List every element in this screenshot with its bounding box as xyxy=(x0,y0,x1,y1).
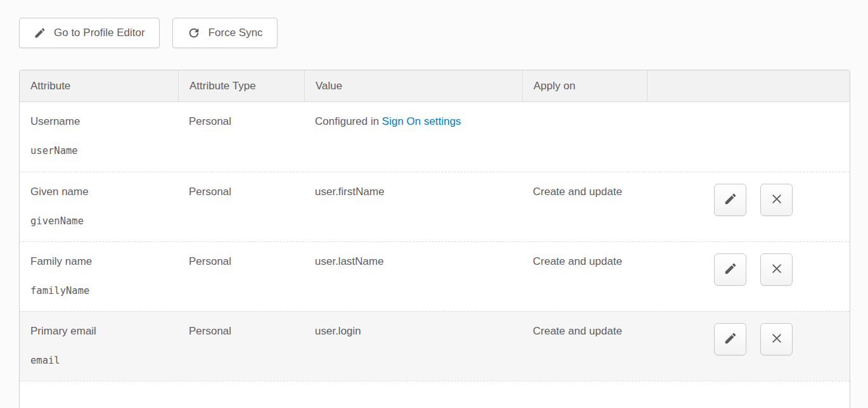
refresh-icon xyxy=(187,26,201,40)
table-header: Attribute Attribute Type Value Apply on xyxy=(20,70,850,102)
actions-cell xyxy=(647,172,850,241)
pencil-icon xyxy=(34,27,46,39)
attribute-type-cell: Personal xyxy=(178,102,304,172)
value-cell: user.firstName xyxy=(304,172,522,241)
force-sync-label: Force Sync xyxy=(208,27,263,39)
column-header-attribute-type: Attribute Type xyxy=(178,70,304,101)
attribute-name: familyName xyxy=(30,285,172,296)
attribute-cell: Primary email email xyxy=(20,312,178,381)
apply-on-cell: Create and update xyxy=(522,172,647,241)
value-cell: user.login xyxy=(304,312,522,381)
attribute-mapping-table: Attribute Attribute Type Value Apply on … xyxy=(19,70,850,408)
attribute-type-cell: Personal xyxy=(178,242,304,311)
edit-attribute-button[interactable] xyxy=(714,323,746,355)
edit-attribute-button[interactable] xyxy=(714,184,746,216)
column-header-apply-on: Apply on xyxy=(522,70,647,101)
attribute-name: givenName xyxy=(30,215,172,227)
x-icon xyxy=(770,193,783,207)
delete-attribute-button[interactable] xyxy=(760,184,793,216)
attribute-label: Given name xyxy=(30,186,172,198)
attribute-cell: Username userName xyxy=(20,102,178,172)
attribute-type-cell: Personal xyxy=(178,312,304,381)
pencil-icon xyxy=(724,262,737,277)
actions-cell xyxy=(647,242,850,311)
value-text: Configured in xyxy=(315,115,382,127)
table-row xyxy=(20,381,850,408)
attribute-name: email xyxy=(30,355,172,366)
attribute-label: Family name xyxy=(30,255,172,268)
delete-attribute-button[interactable] xyxy=(760,323,793,355)
value-cell: Configured in Sign On settings xyxy=(304,102,522,172)
pencil-icon xyxy=(724,331,737,347)
apply-on-cell: Create and update xyxy=(522,312,647,381)
edit-attribute-button[interactable] xyxy=(714,253,746,286)
attribute-name: userName xyxy=(30,145,172,156)
actions-cell xyxy=(647,102,850,172)
apply-on-cell xyxy=(522,102,647,172)
pencil-icon xyxy=(724,192,737,208)
apply-on-cell: Create and update xyxy=(522,242,647,311)
x-icon xyxy=(770,262,783,277)
table-row: Primary email email Personal user.login … xyxy=(20,311,850,381)
table-row: Username userName Personal Configured in… xyxy=(20,102,850,172)
attribute-type-cell: Personal xyxy=(178,172,304,241)
column-header-value: Value xyxy=(304,70,522,101)
table-row: Family name familyName Personal user.las… xyxy=(20,241,850,311)
attribute-cell: Given name givenName xyxy=(20,172,178,241)
attribute-label: Username xyxy=(30,115,172,128)
go-to-profile-editor-button[interactable]: Go to Profile Editor xyxy=(19,18,160,48)
table-row: Given name givenName Personal user.first… xyxy=(20,172,850,241)
actions-cell xyxy=(647,312,850,381)
force-sync-button[interactable]: Force Sync xyxy=(172,18,278,48)
column-header-attribute: Attribute xyxy=(20,70,178,101)
sign-on-settings-link[interactable]: Sign On settings xyxy=(382,115,461,127)
attribute-label: Primary email xyxy=(30,325,172,338)
value-cell: user.lastName xyxy=(304,242,522,311)
go-to-profile-editor-label: Go to Profile Editor xyxy=(54,27,145,39)
attribute-cell: Family name familyName xyxy=(20,242,178,311)
delete-attribute-button[interactable] xyxy=(760,253,793,286)
column-header-actions xyxy=(647,70,850,101)
x-icon xyxy=(770,332,783,347)
toolbar: Go to Profile Editor Force Sync xyxy=(19,18,278,48)
